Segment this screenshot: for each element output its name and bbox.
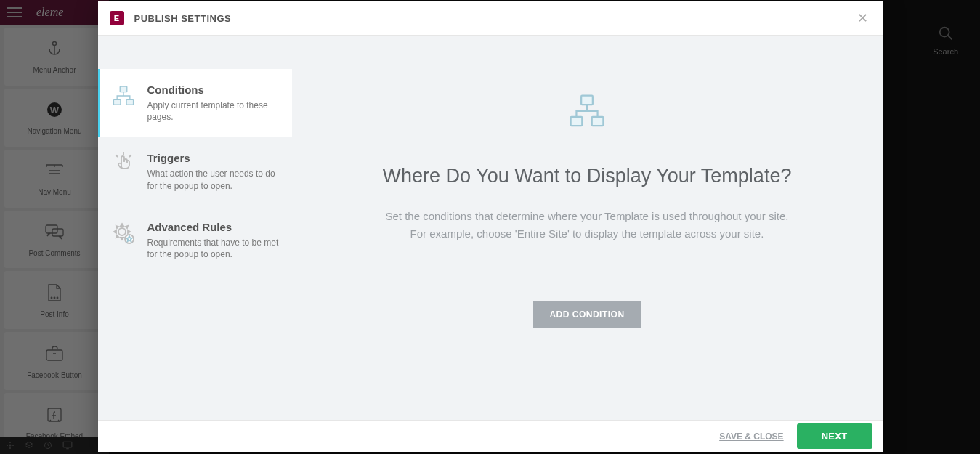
modal-title: PUBLISH SETTINGS: [134, 13, 232, 24]
sidebar-item-desc: Requirements that have to be met for the…: [147, 237, 279, 260]
sidebar-item-desc: Apply current template to these pages.: [147, 100, 279, 123]
content-title: Where Do You Want to Display Your Templa…: [321, 165, 854, 187]
conditions-hero-icon: [321, 94, 854, 129]
modal-header: E PUBLISH SETTINGS ✕: [98, 1, 883, 36]
sidebar-item-triggers[interactable]: Triggers What action the user needs to d…: [98, 137, 292, 206]
modal-content: Where Do You Want to Display Your Templa…: [292, 36, 883, 420]
close-icon[interactable]: ✕: [854, 7, 871, 29]
triggers-icon: [111, 152, 136, 177]
sidebar-item-conditions[interactable]: Conditions Apply current template to the…: [98, 69, 292, 137]
sidebar-item-advanced-rules[interactable]: Advanced Rules Requirements that have to…: [98, 206, 292, 275]
save-close-link[interactable]: SAVE & CLOSE: [719, 431, 783, 442]
svg-rect-15: [113, 100, 121, 105]
svg-rect-16: [126, 100, 134, 105]
add-condition-button[interactable]: ADD CONDITION: [533, 301, 640, 328]
content-description: Set the conditions that determine where …: [321, 208, 854, 243]
sidebar-item-title: Conditions: [147, 84, 279, 96]
svg-rect-21: [592, 117, 604, 126]
elementor-logo-icon: E: [110, 11, 124, 25]
content-desc-line1: Set the conditions that determine where …: [385, 210, 788, 222]
svg-point-17: [118, 228, 126, 235]
content-desc-line2: For example, choose 'Entire Site' to dis…: [410, 227, 764, 240]
sidebar-item-desc: What action the user needs to do for the…: [147, 168, 279, 191]
svg-rect-19: [581, 96, 593, 105]
svg-rect-14: [120, 86, 127, 92]
sidebar-item-title: Triggers: [147, 152, 279, 164]
advanced-rules-icon: [111, 221, 136, 246]
svg-rect-20: [571, 117, 583, 126]
modal-sidebar: Conditions Apply current template to the…: [98, 36, 292, 420]
conditions-icon: [111, 84, 136, 108]
modal-body: Conditions Apply current template to the…: [98, 36, 883, 420]
modal-footer: SAVE & CLOSE NEXT: [98, 420, 883, 452]
next-button[interactable]: NEXT: [797, 423, 872, 449]
publish-settings-modal: E PUBLISH SETTINGS ✕ Conditions Apply cu…: [98, 1, 883, 452]
sidebar-item-title: Advanced Rules: [147, 221, 279, 233]
